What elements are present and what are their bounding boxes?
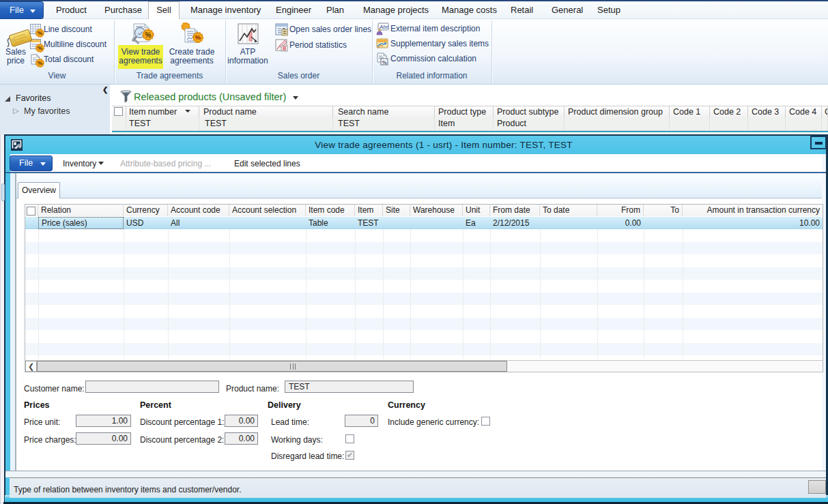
svg-text:%: % xyxy=(38,60,42,66)
svg-text:%: % xyxy=(195,33,201,41)
svg-text:%: % xyxy=(382,59,387,65)
svg-text:%: % xyxy=(38,30,42,36)
svg-text:%: % xyxy=(145,31,152,39)
svg-text:%: % xyxy=(38,45,42,51)
